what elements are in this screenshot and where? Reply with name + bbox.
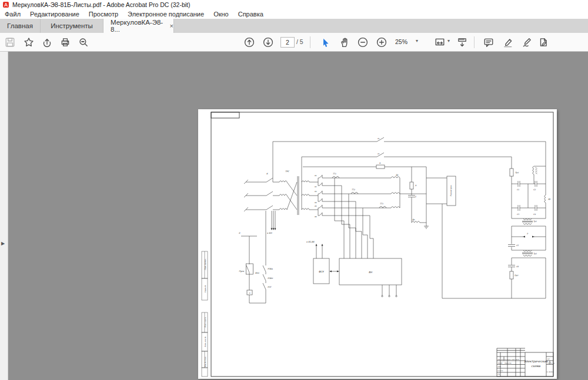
menu-window[interactable]: Окно <box>209 11 233 18</box>
fit-width-button[interactable] <box>435 37 445 48</box>
svg-text:ТТ2: ТТ2 <box>352 189 356 191</box>
window-title: МеркуловКА-Э8-81Б-Листы.pdf - Adobe Acro… <box>12 1 191 8</box>
svg-text:К: К <box>266 173 268 175</box>
pdf-page[interactable]: КТРСДрТТ1ТТ2ТТ3В1В2В3В4В5В6Р1Р2RRСДрк БН… <box>198 109 557 379</box>
svg-text:Тр1: Тр1 <box>533 220 537 223</box>
window-titlebar: МеркуловКА-Э8-81Б-Листы.pdf - Adobe Acro… <box>0 0 588 9</box>
tab-document[interactable]: МеркуловКА-Э8-8... × <box>103 19 174 33</box>
svg-text:Пр2: Пр2 <box>514 274 519 277</box>
svg-text:С4: С4 <box>533 213 536 216</box>
svg-text:Пуск: Пуск <box>239 270 245 273</box>
svg-text:к В1,В6: к В1,В6 <box>306 241 315 243</box>
menu-file[interactable]: Файл <box>0 11 25 18</box>
document-area: ▶ <box>0 52 588 380</box>
svg-text:Др: Др <box>396 174 399 176</box>
fill-sign-button[interactable] <box>522 37 532 48</box>
svg-text:В6: В6 <box>315 216 317 218</box>
svg-text:схема: схема <box>531 364 541 368</box>
tab-close-icon[interactable]: × <box>170 22 173 29</box>
svg-text:Др: Др <box>412 218 415 221</box>
schematic-drawing: КТРСДрТТ1ТТ2ТТ3В1В2В3В4В5В6Р1Р2RRСДрк БН… <box>198 109 557 379</box>
svg-text:Листов: Листов <box>550 362 555 364</box>
svg-text:R: R <box>415 184 417 187</box>
menu-help[interactable]: Справка <box>233 11 268 18</box>
svg-text:R: R <box>379 162 381 164</box>
hand-tool-button[interactable] <box>339 37 350 48</box>
acrobat-icon <box>3 2 9 8</box>
star-button[interactable] <box>24 37 34 48</box>
svg-text:С6: С6 <box>516 265 519 268</box>
svg-text:гр. Э8-81Б: гр. Э8-81Б <box>546 371 553 373</box>
svg-text:Инв. № подл.: Инв. № подл. <box>205 357 206 367</box>
tab-home[interactable]: Главная <box>0 19 40 33</box>
svg-text:С5: С5 <box>516 244 519 247</box>
tab-tools[interactable]: Инструменты <box>40 19 103 33</box>
svg-text:Подп. и дата: Подп. и дата <box>205 317 206 328</box>
svg-text:Лит.: Лит. <box>547 358 550 360</box>
svg-text:Изм. Лист № докум. Подп. Дата: Изм. Лист № докум. Подп. Дата <box>497 359 519 361</box>
svg-text:Р1: Р1 <box>377 138 380 140</box>
highlight-button[interactable] <box>503 37 513 48</box>
svg-text:Утв.: Утв. <box>497 374 500 375</box>
svg-text:В2: В2 <box>315 186 317 188</box>
svg-text:Справ. №: Справ. № <box>205 285 206 292</box>
zoom-level-value[interactable]: 25% <box>395 38 407 45</box>
svg-text:Н.контр.: Н.контр. <box>497 370 503 372</box>
svg-text:Разраб.: Разраб. <box>497 362 503 364</box>
svg-text:РПВН: РПВН <box>268 277 273 280</box>
svg-text:РПТ: РПТ <box>268 286 272 288</box>
menu-view[interactable]: Просмотр <box>84 11 123 18</box>
expand-nav-pane-icon[interactable]: ▶ <box>1 241 5 246</box>
tab-document-label: МеркуловКА-Э8-8... <box>111 19 165 33</box>
svg-text:Взам. инв. №: Взам. инв. № <box>205 337 206 347</box>
svg-text:к БН: к БН <box>267 232 272 234</box>
zoom-in-button[interactable] <box>376 37 387 48</box>
svg-text:В3: В3 <box>315 191 317 193</box>
select-tool-button[interactable] <box>320 37 331 48</box>
svg-text:ТРС: ТРС <box>285 170 289 173</box>
svg-text:В1: В1 <box>315 175 317 177</box>
svg-text:С3: С3 <box>517 213 520 216</box>
svg-text:В5: В5 <box>315 206 317 207</box>
edit-pdf-button[interactable] <box>538 37 549 48</box>
svg-text:Р: Р <box>527 233 529 235</box>
page-number-input[interactable]: 2 <box>280 37 295 48</box>
svg-text:С: С <box>415 196 417 198</box>
svg-text:Плазмотрон: Плазмотрон <box>450 184 452 196</box>
svg-text:В4: В4 <box>315 202 317 204</box>
comment-button[interactable] <box>483 37 494 48</box>
menubar: Файл Редактирование Просмотр Электронное… <box>0 9 588 19</box>
fit-dropdown-caret-icon[interactable]: ▾ <box>447 38 450 43</box>
toolbar-separator <box>474 36 475 48</box>
svg-text:К: К <box>249 292 251 294</box>
find-button[interactable] <box>78 37 89 48</box>
svg-text:0: 0 <box>239 232 240 234</box>
svg-text:ТТ3: ТТ3 <box>380 203 384 205</box>
navigation-pane-collapsed: ▶ <box>0 52 8 380</box>
svg-text:Р2: Р2 <box>377 153 380 155</box>
previous-page-button[interactable] <box>244 37 255 48</box>
next-page-button[interactable] <box>263 37 273 48</box>
svg-text:С1: С1 <box>517 189 519 191</box>
tabbar: Главная Инструменты МеркуловКА-Э8-8... × <box>0 19 588 33</box>
share-button[interactable] <box>42 37 52 48</box>
svg-text:Пров.: Пров. <box>497 366 502 368</box>
zoom-dropdown-caret-icon[interactable]: ▾ <box>416 38 418 43</box>
svg-text:Др: Др <box>548 198 551 200</box>
menu-esign[interactable]: Электронное подписание <box>123 11 209 18</box>
save-button[interactable] <box>5 37 15 48</box>
page-total-label: / 5 <box>296 38 303 45</box>
svg-text:ФСУ: ФСУ <box>319 270 325 273</box>
svg-text:РПВА: РПВА <box>268 268 273 270</box>
zoom-out-button[interactable] <box>358 37 368 48</box>
toolbar-separator <box>310 36 310 48</box>
toolbar: 2 / 5 25% ▾ ▾ <box>0 33 588 52</box>
svg-text:ТТ1: ТТ1 <box>333 173 336 175</box>
page-display-button[interactable] <box>457 37 467 48</box>
menu-edit[interactable]: Редактирование <box>25 11 84 18</box>
svg-text:БН: БН <box>369 271 373 274</box>
svg-text:С2: С2 <box>533 189 536 191</box>
print-button[interactable] <box>60 37 71 48</box>
svg-text:Перв. примен.: Перв. примен. <box>205 258 206 270</box>
svg-text:ВКХ: ВКХ <box>255 272 259 274</box>
